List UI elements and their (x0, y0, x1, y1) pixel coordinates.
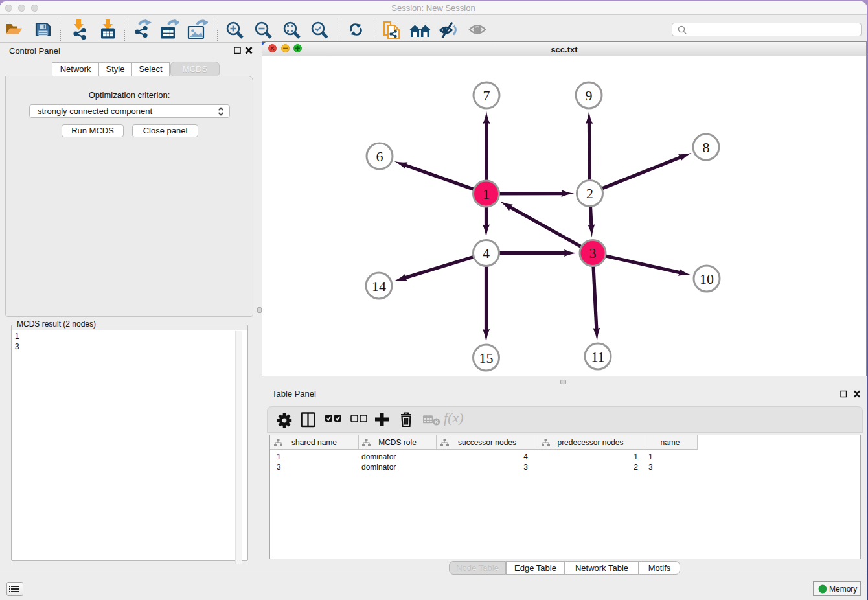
svg-text:15: 15 (479, 350, 494, 366)
svg-text:3: 3 (589, 245, 597, 261)
svg-text:8: 8 (703, 139, 710, 156)
svg-text:7: 7 (483, 87, 490, 104)
svg-text:14: 14 (372, 278, 386, 294)
svg-text:2: 2 (586, 185, 593, 202)
svg-text:1: 1 (483, 186, 490, 202)
svg-text:11: 11 (591, 349, 604, 365)
svg-text:9: 9 (586, 87, 593, 104)
svg-text:10: 10 (700, 271, 714, 287)
svg-text:6: 6 (376, 148, 383, 165)
svg-text:4: 4 (483, 245, 490, 261)
